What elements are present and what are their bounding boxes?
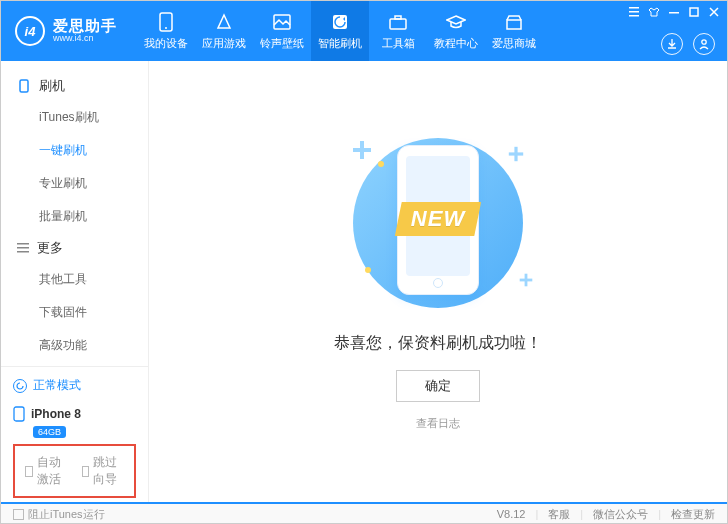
sidebar-bottom: 正常模式 iPhone 8 64GB 自动激活 跳过向导 [1, 366, 148, 502]
sidebar: 刷机 iTunes刷机 一键刷机 专业刷机 批量刷机 更多 其他工具 下载固件 … [1, 61, 149, 502]
nav-my-device[interactable]: 我的设备 [137, 1, 195, 61]
svg-rect-13 [20, 80, 28, 92]
view-log-link[interactable]: 查看日志 [416, 416, 460, 431]
wechat-link[interactable]: 微信公众号 [593, 507, 648, 522]
svg-rect-7 [629, 7, 639, 9]
list-icon [17, 242, 29, 254]
brand-url: www.i4.cn [53, 33, 117, 44]
menu-icon[interactable] [627, 5, 641, 19]
apps-icon [215, 12, 233, 32]
svg-rect-8 [629, 11, 639, 13]
skin-icon[interactable] [647, 5, 661, 19]
toolbox-icon [389, 12, 407, 32]
ok-button[interactable]: 确定 [396, 370, 480, 402]
device-row[interactable]: iPhone 8 [13, 400, 136, 424]
nav-toolbox[interactable]: 工具箱 [369, 1, 427, 61]
main-content: NEW 恭喜您，保资料刷机成功啦！ 确定 查看日志 [149, 61, 727, 502]
sidebar-item-download-fw[interactable]: 下载固件 [1, 296, 148, 329]
success-illustration: NEW [323, 133, 553, 313]
storage-badge: 64GB [33, 426, 66, 438]
checkbox-skip-wizard[interactable]: 跳过向导 [82, 454, 125, 488]
device-icon [13, 406, 25, 422]
header-right [661, 33, 715, 55]
close-icon[interactable] [707, 5, 721, 19]
grad-icon [446, 12, 466, 32]
svg-rect-14 [17, 243, 29, 245]
logo-icon: i4 [15, 16, 45, 46]
window-controls [627, 5, 721, 19]
svg-rect-11 [690, 8, 698, 16]
minimize-icon[interactable] [667, 5, 681, 19]
phone-icon [17, 79, 31, 93]
svg-rect-17 [14, 407, 24, 421]
update-link[interactable]: 检查更新 [671, 507, 715, 522]
phone-icon [159, 12, 173, 32]
sidebar-item-batch-flash[interactable]: 批量刷机 [1, 200, 148, 233]
svg-rect-5 [395, 16, 401, 19]
version-label: V8.12 [497, 508, 526, 520]
nav-apps[interactable]: 应用游戏 [195, 1, 253, 61]
sidebar-group-flash: 刷机 [1, 71, 148, 101]
refresh-icon [13, 379, 27, 393]
sidebar-item-advanced[interactable]: 高级功能 [1, 329, 148, 362]
svg-point-1 [165, 27, 167, 29]
sidebar-group-more: 更多 [1, 233, 148, 263]
top-nav: 我的设备 应用游戏 铃声壁纸 智能刷机 工具箱 教程中心 爱思商城 [137, 1, 543, 61]
checkbox-stop-itunes[interactable]: 阻止iTunes运行 [13, 507, 105, 522]
nav-flash[interactable]: 智能刷机 [311, 1, 369, 61]
brand-name: 爱思助手 [53, 18, 117, 33]
user-icon[interactable] [693, 33, 715, 55]
sidebar-item-other-tools[interactable]: 其他工具 [1, 263, 148, 296]
store-icon [505, 12, 523, 32]
new-ribbon: NEW [395, 202, 481, 236]
mode-row[interactable]: 正常模式 [13, 371, 136, 400]
svg-rect-10 [669, 12, 679, 14]
success-message: 恭喜您，保资料刷机成功啦！ [334, 333, 542, 354]
options-highlight-box: 自动激活 跳过向导 [13, 444, 136, 498]
image-icon [273, 12, 291, 32]
svg-rect-16 [17, 251, 29, 253]
status-bar: 阻止iTunes运行 V8.12 | 客服 | 微信公众号 | 检查更新 [1, 502, 727, 524]
nav-tutorials[interactable]: 教程中心 [427, 1, 485, 61]
checkbox-auto-activate[interactable]: 自动激活 [25, 454, 68, 488]
nav-store[interactable]: 爱思商城 [485, 1, 543, 61]
sidebar-item-itunes-flash[interactable]: iTunes刷机 [1, 101, 148, 134]
flash-icon [331, 12, 349, 32]
sidebar-item-onekey-flash[interactable]: 一键刷机 [1, 134, 148, 167]
support-link[interactable]: 客服 [548, 507, 570, 522]
sidebar-item-pro-flash[interactable]: 专业刷机 [1, 167, 148, 200]
download-icon[interactable] [661, 33, 683, 55]
logo: i4 爱思助手 www.i4.cn [1, 16, 131, 46]
app-header: i4 爱思助手 www.i4.cn 我的设备 应用游戏 铃声壁纸 智能刷机 工具… [1, 1, 727, 61]
svg-rect-9 [629, 15, 639, 17]
svg-rect-15 [17, 247, 29, 249]
svg-point-12 [702, 40, 706, 44]
svg-rect-4 [390, 19, 406, 29]
nav-ringtones[interactable]: 铃声壁纸 [253, 1, 311, 61]
svg-rect-6 [507, 20, 521, 29]
maximize-icon[interactable] [687, 5, 701, 19]
